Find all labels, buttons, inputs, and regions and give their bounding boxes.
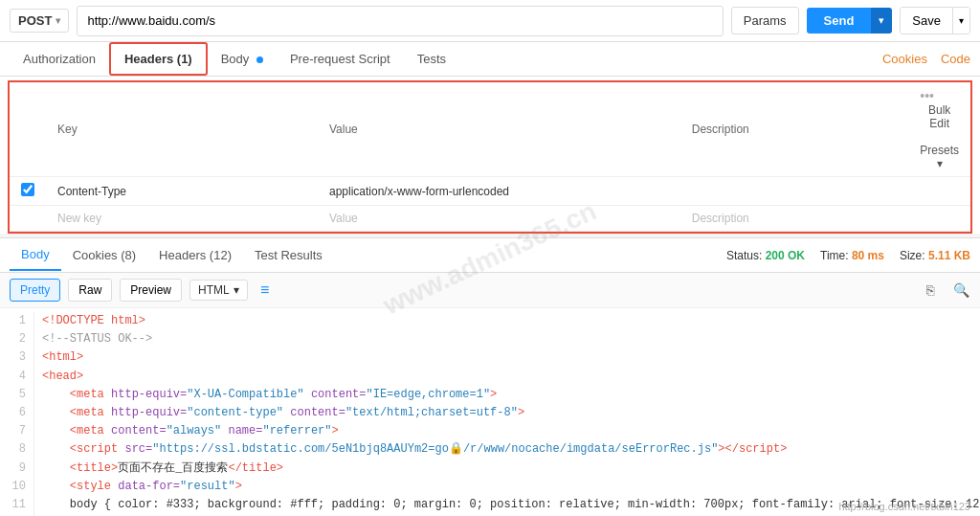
response-area: Body Cookies (8) Headers (12) Test Resul… xyxy=(0,237,980,516)
line-number: 3 xyxy=(0,348,34,367)
code-content: 1<!DOCTYPE html>2<!--STATUS OK-->3<html>… xyxy=(0,308,980,516)
line-number: 8 xyxy=(0,440,34,459)
method-label: POST xyxy=(18,13,52,28)
send-dropdown-button[interactable]: ▾ xyxy=(871,8,892,34)
body-dot xyxy=(256,56,263,63)
line-number: 9 xyxy=(0,460,34,478)
th-actions: ••• Bulk Edit Presets ▾ xyxy=(908,82,970,177)
right-actions: Cookies Code xyxy=(882,52,970,66)
line-number: 5 xyxy=(0,386,34,404)
th-key: Key xyxy=(46,82,318,177)
raw-button[interactable]: Raw xyxy=(68,279,112,302)
tab-pre-request-script[interactable]: Pre-request Script xyxy=(277,44,404,74)
cookies-link[interactable]: Cookies xyxy=(882,52,927,66)
search-button[interactable]: 🔍 xyxy=(951,280,970,300)
new-value-cell[interactable]: Value xyxy=(318,206,680,232)
save-btn-group: Save ▾ xyxy=(900,7,970,34)
line-content: <head> xyxy=(42,368,980,386)
header-key-0[interactable]: Content-Type xyxy=(46,177,318,206)
params-button[interactable]: Params xyxy=(731,7,799,34)
response-tabs: Body Cookies (8) Headers (12) Test Resul… xyxy=(0,238,980,273)
code-line: 3<html> xyxy=(0,348,980,367)
dots-icon[interactable]: ••• xyxy=(920,88,934,103)
line-number: 2 xyxy=(0,330,34,348)
pretty-button[interactable]: Pretty xyxy=(10,279,60,302)
tab-body[interactable]: Body xyxy=(208,44,277,74)
code-line: 11 body { color: #333; background: #fff;… xyxy=(0,496,980,514)
line-number: 1 xyxy=(0,312,34,330)
time-value: 80 ms xyxy=(852,249,884,262)
line-content: <meta http-equiv="content-type" content=… xyxy=(42,404,980,422)
bulk-edit-button[interactable]: Bulk Edit xyxy=(920,103,959,130)
new-key-cell[interactable]: New key xyxy=(46,206,318,232)
code-toolbar: Pretty Raw Preview HTML ▾ ≡ ⎘ 🔍 xyxy=(0,273,980,308)
line-number: 10 xyxy=(0,478,34,496)
header-row-0: Content-Type application/x-www-form-urle… xyxy=(10,177,970,206)
format-chevron: ▾ xyxy=(234,283,239,297)
time-display: Time: 80 ms xyxy=(820,249,884,262)
new-desc-cell: Description xyxy=(680,206,909,232)
method-chevron: ▾ xyxy=(56,15,60,26)
tab-authorization[interactable]: Authorization xyxy=(10,44,109,74)
top-bar: POST ▾ Params Send ▾ Save ▾ xyxy=(0,0,980,42)
save-dropdown-button[interactable]: ▾ xyxy=(952,8,969,34)
line-content: <meta http-equiv="X-UA-Compatible" conte… xyxy=(42,386,980,404)
code-line: 7 <meta content="always" name="referrer"… xyxy=(0,422,980,440)
th-value: Value xyxy=(318,82,680,177)
resp-tab-test-results[interactable]: Test Results xyxy=(243,240,334,270)
url-input[interactable] xyxy=(77,6,723,36)
status-value: 200 OK xyxy=(766,249,805,262)
copy-button[interactable]: ⎘ xyxy=(921,280,940,300)
code-line: 1<!DOCTYPE html> xyxy=(0,312,980,330)
request-tabs: Authorization Headers (1) Body Pre-reque… xyxy=(0,42,980,77)
code-line: 9 <title>页面不存在_百度搜索</title> xyxy=(0,460,980,478)
line-content: <!DOCTYPE html> xyxy=(42,312,980,330)
header-checkbox-0[interactable] xyxy=(21,183,34,196)
new-checkbox-cell xyxy=(10,206,46,232)
new-header-row: New key Value Description xyxy=(10,206,970,232)
headers-section: Key Value Description ••• Bulk Edit Pres… xyxy=(0,77,980,234)
th-description: Description xyxy=(680,82,909,177)
code-line: 5 <meta http-equiv="X-UA-Compatible" con… xyxy=(0,386,980,404)
line-number: 11 xyxy=(0,496,34,514)
presets-button[interactable]: Presets ▾ xyxy=(920,144,959,170)
line-content: <!--STATUS OK--> xyxy=(42,330,980,348)
header-row-actions-0 xyxy=(908,177,970,206)
code-line: 2<!--STATUS OK--> xyxy=(0,330,980,348)
resp-tab-cookies[interactable]: Cookies (8) xyxy=(61,240,147,270)
tab-headers[interactable]: Headers (1) xyxy=(109,42,208,76)
line-content: <script src="https://ssl.bdstatic.com/5e… xyxy=(42,440,980,459)
code-line: 8 <script src="https://ssl.bdstatic.com/… xyxy=(0,440,980,459)
line-content: <html> xyxy=(42,348,980,367)
line-content: <title>页面不存在_百度搜索</title> xyxy=(42,460,980,478)
checkbox-cell[interactable] xyxy=(10,177,46,206)
tab-tests[interactable]: Tests xyxy=(404,44,459,74)
save-button[interactable]: Save xyxy=(901,8,952,34)
headers-table: Key Value Description ••• Bulk Edit Pres… xyxy=(10,82,970,232)
resp-tab-headers[interactable]: Headers (12) xyxy=(147,240,243,270)
resp-tab-body[interactable]: Body xyxy=(10,239,61,271)
method-select[interactable]: POST ▾ xyxy=(10,9,69,33)
code-line: 6 <meta http-equiv="content-type" conten… xyxy=(0,404,980,422)
bottom-link: http://blog.csdn.net/txbin123 xyxy=(838,501,970,512)
preview-button[interactable]: Preview xyxy=(120,279,182,302)
new-row-actions xyxy=(908,206,970,232)
headers-outer: Key Value Description ••• Bulk Edit Pres… xyxy=(8,80,972,234)
code-line: 4<head> xyxy=(0,368,980,386)
send-btn-group: Send ▾ xyxy=(807,8,893,34)
code-line: 10 <style data-for="result"> xyxy=(0,478,980,496)
status-prefix: Status: 200 OK xyxy=(726,249,805,262)
size-value: 5.11 KB xyxy=(928,249,970,262)
line-number: 6 xyxy=(0,404,34,422)
code-link[interactable]: Code xyxy=(941,52,970,66)
size-display: Size: 5.11 KB xyxy=(900,249,970,262)
line-content: <style data-for="result"> xyxy=(42,478,980,496)
header-value-0[interactable]: application/x-www-form-urlencoded xyxy=(318,177,680,206)
format-label: HTML xyxy=(198,283,230,297)
format-select[interactable]: HTML ▾ xyxy=(189,280,248,301)
line-number: 7 xyxy=(0,422,34,440)
send-button[interactable]: Send xyxy=(807,8,872,34)
header-desc-0 xyxy=(680,177,909,206)
wrap-button[interactable]: ≡ xyxy=(256,280,275,300)
th-checkbox xyxy=(10,82,46,177)
